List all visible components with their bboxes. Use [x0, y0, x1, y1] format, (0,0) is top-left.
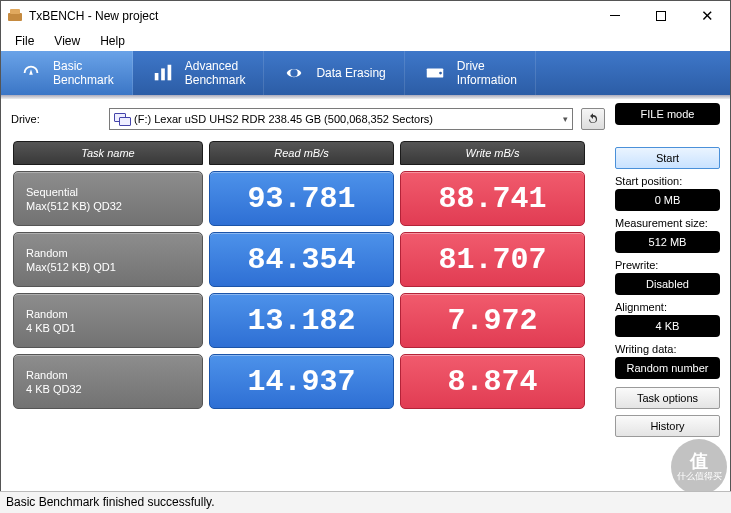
- status-bar: Basic Benchmark finished successfully.: [0, 491, 731, 513]
- write-value[interactable]: 7.972: [400, 293, 585, 348]
- svg-rect-0: [8, 13, 22, 21]
- title-bar: TxBENCH - New project ✕: [1, 1, 730, 31]
- writing-data-value[interactable]: Random number: [615, 357, 720, 379]
- task-cell[interactable]: Random4 KB QD1: [13, 293, 203, 348]
- prewrite-value[interactable]: Disabled: [615, 273, 720, 295]
- svg-rect-6: [167, 65, 171, 81]
- tab-drive-l2: Information: [457, 73, 517, 87]
- tab-bar: BasicBenchmark AdvancedBenchmark Data Er…: [1, 51, 730, 95]
- reload-icon: [586, 112, 600, 126]
- header-task: Task name: [13, 141, 203, 165]
- table-header: Task name Read mB/s Write mB/s: [13, 141, 603, 165]
- drive-select[interactable]: (F:) Lexar uSD UHS2 RDR 238.45 GB (500,0…: [109, 108, 573, 130]
- window-title: TxBENCH - New project: [29, 9, 592, 23]
- svg-rect-1: [10, 9, 20, 14]
- menu-help[interactable]: Help: [92, 32, 133, 50]
- write-value[interactable]: 81.707: [400, 232, 585, 287]
- table-row: RandomMax(512 KB) QD1 84.354 81.707: [13, 232, 603, 287]
- minimize-button[interactable]: [592, 1, 638, 31]
- read-value[interactable]: 93.781: [209, 171, 394, 226]
- table-row: Random4 KB QD1 13.182 7.972: [13, 293, 603, 348]
- maximize-button[interactable]: [638, 1, 684, 31]
- start-button[interactable]: Start: [615, 147, 720, 169]
- tab-adv-l2: Benchmark: [185, 73, 246, 87]
- header-read: Read mB/s: [209, 141, 394, 165]
- tab-basic-l2: Benchmark: [53, 73, 114, 87]
- bars-icon: [151, 61, 175, 85]
- file-mode-button[interactable]: FILE mode: [615, 103, 720, 125]
- read-value[interactable]: 14.937: [209, 354, 394, 409]
- close-button[interactable]: ✕: [684, 1, 730, 31]
- drive-row: Drive: (F:) Lexar uSD UHS2 RDR 238.45 GB…: [11, 105, 605, 133]
- disk-icon: [114, 113, 130, 125]
- drive-value: (F:) Lexar uSD UHS2 RDR 238.45 GB (500,0…: [134, 113, 433, 125]
- chevron-down-icon: ▾: [563, 114, 568, 124]
- erase-icon: [282, 61, 306, 85]
- history-button[interactable]: History: [615, 415, 720, 437]
- gauge-icon: [19, 61, 43, 85]
- tab-basic-l1: Basic: [53, 59, 82, 73]
- tab-drive-information[interactable]: DriveInformation: [405, 51, 536, 95]
- svg-rect-2: [610, 15, 620, 16]
- svg-rect-5: [161, 68, 165, 80]
- drive-icon: [423, 61, 447, 85]
- table-row: Random4 KB QD32 14.937 8.874: [13, 354, 603, 409]
- sidebar: FILE mode Start Start position: 0 MB Mea…: [615, 103, 720, 437]
- measurement-size-label: Measurement size:: [615, 217, 720, 229]
- tab-advanced-benchmark[interactable]: AdvancedBenchmark: [133, 51, 265, 95]
- svg-rect-3: [657, 12, 666, 21]
- write-value[interactable]: 88.741: [400, 171, 585, 226]
- tab-data-erasing[interactable]: Data Erasing: [264, 51, 404, 95]
- tab-adv-l1: Advanced: [185, 59, 238, 73]
- menu-file[interactable]: File: [7, 32, 42, 50]
- tab-basic-benchmark[interactable]: BasicBenchmark: [1, 51, 133, 95]
- measurement-size-value[interactable]: 512 MB: [615, 231, 720, 253]
- prewrite-label: Prewrite:: [615, 259, 720, 271]
- task-options-button[interactable]: Task options: [615, 387, 720, 409]
- alignment-value[interactable]: 4 KB: [615, 315, 720, 337]
- table-row: SequentialMax(512 KB) QD32 93.781 88.741: [13, 171, 603, 226]
- read-value[interactable]: 13.182: [209, 293, 394, 348]
- task-cell[interactable]: SequentialMax(512 KB) QD32: [13, 171, 203, 226]
- header-write: Write mB/s: [400, 141, 585, 165]
- tab-drive-l1: Drive: [457, 59, 485, 73]
- menu-view[interactable]: View: [46, 32, 88, 50]
- menu-bar: File View Help: [1, 31, 730, 51]
- writing-data-label: Writing data:: [615, 343, 720, 355]
- drive-label: Drive:: [11, 113, 101, 125]
- tab-erase-l1: Data Erasing: [316, 66, 385, 80]
- svg-point-8: [439, 72, 442, 75]
- read-value[interactable]: 84.354: [209, 232, 394, 287]
- reload-button[interactable]: [581, 108, 605, 130]
- start-position-label: Start position:: [615, 175, 720, 187]
- start-position-value[interactable]: 0 MB: [615, 189, 720, 211]
- task-cell[interactable]: RandomMax(512 KB) QD1: [13, 232, 203, 287]
- write-value[interactable]: 8.874: [400, 354, 585, 409]
- svg-rect-4: [154, 73, 158, 80]
- task-cell[interactable]: Random4 KB QD32: [13, 354, 203, 409]
- watermark-badge: 值什么值得买: [671, 439, 727, 495]
- alignment-label: Alignment:: [615, 301, 720, 313]
- app-icon: [7, 8, 23, 24]
